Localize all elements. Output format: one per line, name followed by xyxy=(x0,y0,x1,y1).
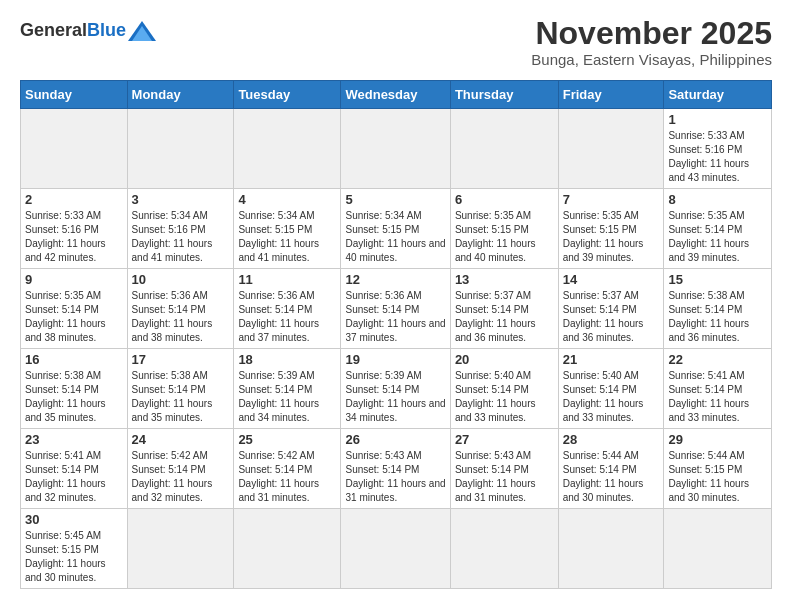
week-row-3: 9Sunrise: 5:35 AM Sunset: 5:14 PM Daylig… xyxy=(21,269,772,349)
calendar-cell: 1Sunrise: 5:33 AM Sunset: 5:16 PM Daylig… xyxy=(664,109,772,189)
day-info: Sunrise: 5:38 AM Sunset: 5:14 PM Dayligh… xyxy=(25,369,123,425)
calendar-cell: 11Sunrise: 5:36 AM Sunset: 5:14 PM Dayli… xyxy=(234,269,341,349)
day-info: Sunrise: 5:44 AM Sunset: 5:15 PM Dayligh… xyxy=(668,449,767,505)
month-title: November 2025 xyxy=(531,16,772,51)
week-row-6: 30Sunrise: 5:45 AM Sunset: 5:15 PM Dayli… xyxy=(21,509,772,589)
calendar-cell: 24Sunrise: 5:42 AM Sunset: 5:14 PM Dayli… xyxy=(127,429,234,509)
calendar-cell: 13Sunrise: 5:37 AM Sunset: 5:14 PM Dayli… xyxy=(450,269,558,349)
day-info: Sunrise: 5:34 AM Sunset: 5:15 PM Dayligh… xyxy=(238,209,336,265)
calendar-cell xyxy=(664,509,772,589)
day-number: 4 xyxy=(238,192,336,207)
calendar-cell: 9Sunrise: 5:35 AM Sunset: 5:14 PM Daylig… xyxy=(21,269,128,349)
day-number: 26 xyxy=(345,432,445,447)
calendar-cell: 23Sunrise: 5:41 AM Sunset: 5:14 PM Dayli… xyxy=(21,429,128,509)
calendar-cell: 19Sunrise: 5:39 AM Sunset: 5:14 PM Dayli… xyxy=(341,349,450,429)
calendar-cell xyxy=(341,109,450,189)
logo-general-text: General xyxy=(20,20,87,41)
calendar-cell: 12Sunrise: 5:36 AM Sunset: 5:14 PM Dayli… xyxy=(341,269,450,349)
calendar-cell xyxy=(341,509,450,589)
day-number: 21 xyxy=(563,352,660,367)
day-number: 7 xyxy=(563,192,660,207)
calendar-cell xyxy=(234,509,341,589)
calendar-table: SundayMondayTuesdayWednesdayThursdayFrid… xyxy=(20,80,772,589)
calendar-cell xyxy=(127,509,234,589)
day-number: 30 xyxy=(25,512,123,527)
day-number: 10 xyxy=(132,272,230,287)
calendar-cell: 15Sunrise: 5:38 AM Sunset: 5:14 PM Dayli… xyxy=(664,269,772,349)
day-info: Sunrise: 5:42 AM Sunset: 5:14 PM Dayligh… xyxy=(132,449,230,505)
day-header-friday: Friday xyxy=(558,81,664,109)
day-info: Sunrise: 5:43 AM Sunset: 5:14 PM Dayligh… xyxy=(455,449,554,505)
header: General Blue November 2025 Bunga, Easter… xyxy=(20,16,772,68)
calendar-cell: 4Sunrise: 5:34 AM Sunset: 5:15 PM Daylig… xyxy=(234,189,341,269)
day-info: Sunrise: 5:38 AM Sunset: 5:14 PM Dayligh… xyxy=(132,369,230,425)
calendar-cell: 10Sunrise: 5:36 AM Sunset: 5:14 PM Dayli… xyxy=(127,269,234,349)
calendar-cell: 6Sunrise: 5:35 AM Sunset: 5:15 PM Daylig… xyxy=(450,189,558,269)
day-info: Sunrise: 5:40 AM Sunset: 5:14 PM Dayligh… xyxy=(455,369,554,425)
day-number: 24 xyxy=(132,432,230,447)
day-header-wednesday: Wednesday xyxy=(341,81,450,109)
day-info: Sunrise: 5:39 AM Sunset: 5:14 PM Dayligh… xyxy=(238,369,336,425)
day-header-saturday: Saturday xyxy=(664,81,772,109)
day-info: Sunrise: 5:44 AM Sunset: 5:14 PM Dayligh… xyxy=(563,449,660,505)
day-number: 14 xyxy=(563,272,660,287)
day-number: 6 xyxy=(455,192,554,207)
day-info: Sunrise: 5:35 AM Sunset: 5:14 PM Dayligh… xyxy=(668,209,767,265)
calendar-cell xyxy=(558,109,664,189)
calendar-cell: 25Sunrise: 5:42 AM Sunset: 5:14 PM Dayli… xyxy=(234,429,341,509)
day-number: 22 xyxy=(668,352,767,367)
day-info: Sunrise: 5:33 AM Sunset: 5:16 PM Dayligh… xyxy=(25,209,123,265)
day-header-tuesday: Tuesday xyxy=(234,81,341,109)
day-number: 5 xyxy=(345,192,445,207)
day-info: Sunrise: 5:41 AM Sunset: 5:14 PM Dayligh… xyxy=(25,449,123,505)
day-number: 3 xyxy=(132,192,230,207)
day-number: 25 xyxy=(238,432,336,447)
day-info: Sunrise: 5:43 AM Sunset: 5:14 PM Dayligh… xyxy=(345,449,445,505)
day-info: Sunrise: 5:39 AM Sunset: 5:14 PM Dayligh… xyxy=(345,369,445,425)
calendar-cell: 21Sunrise: 5:40 AM Sunset: 5:14 PM Dayli… xyxy=(558,349,664,429)
logo: General Blue xyxy=(20,20,156,41)
calendar-cell: 17Sunrise: 5:38 AM Sunset: 5:14 PM Dayli… xyxy=(127,349,234,429)
calendar-cell: 26Sunrise: 5:43 AM Sunset: 5:14 PM Dayli… xyxy=(341,429,450,509)
calendar-cell xyxy=(450,109,558,189)
day-number: 17 xyxy=(132,352,230,367)
day-number: 20 xyxy=(455,352,554,367)
logo-icon xyxy=(128,21,156,41)
week-row-4: 16Sunrise: 5:38 AM Sunset: 5:14 PM Dayli… xyxy=(21,349,772,429)
day-number: 12 xyxy=(345,272,445,287)
calendar-cell xyxy=(450,509,558,589)
calendar-cell xyxy=(558,509,664,589)
day-number: 13 xyxy=(455,272,554,287)
day-number: 9 xyxy=(25,272,123,287)
day-info: Sunrise: 5:42 AM Sunset: 5:14 PM Dayligh… xyxy=(238,449,336,505)
day-number: 11 xyxy=(238,272,336,287)
day-number: 19 xyxy=(345,352,445,367)
day-number: 27 xyxy=(455,432,554,447)
calendar-cell xyxy=(127,109,234,189)
week-row-1: 1Sunrise: 5:33 AM Sunset: 5:16 PM Daylig… xyxy=(21,109,772,189)
day-info: Sunrise: 5:36 AM Sunset: 5:14 PM Dayligh… xyxy=(132,289,230,345)
week-row-5: 23Sunrise: 5:41 AM Sunset: 5:14 PM Dayli… xyxy=(21,429,772,509)
calendar-cell: 14Sunrise: 5:37 AM Sunset: 5:14 PM Dayli… xyxy=(558,269,664,349)
day-header-sunday: Sunday xyxy=(21,81,128,109)
calendar-cell: 5Sunrise: 5:34 AM Sunset: 5:15 PM Daylig… xyxy=(341,189,450,269)
calendar-cell: 8Sunrise: 5:35 AM Sunset: 5:14 PM Daylig… xyxy=(664,189,772,269)
calendar-cell: 20Sunrise: 5:40 AM Sunset: 5:14 PM Dayli… xyxy=(450,349,558,429)
day-info: Sunrise: 5:45 AM Sunset: 5:15 PM Dayligh… xyxy=(25,529,123,585)
calendar-cell: 3Sunrise: 5:34 AM Sunset: 5:16 PM Daylig… xyxy=(127,189,234,269)
day-info: Sunrise: 5:40 AM Sunset: 5:14 PM Dayligh… xyxy=(563,369,660,425)
calendar-cell: 18Sunrise: 5:39 AM Sunset: 5:14 PM Dayli… xyxy=(234,349,341,429)
day-number: 29 xyxy=(668,432,767,447)
calendar-cell: 7Sunrise: 5:35 AM Sunset: 5:15 PM Daylig… xyxy=(558,189,664,269)
day-info: Sunrise: 5:35 AM Sunset: 5:14 PM Dayligh… xyxy=(25,289,123,345)
day-number: 15 xyxy=(668,272,767,287)
week-row-2: 2Sunrise: 5:33 AM Sunset: 5:16 PM Daylig… xyxy=(21,189,772,269)
day-number: 8 xyxy=(668,192,767,207)
day-number: 1 xyxy=(668,112,767,127)
day-info: Sunrise: 5:33 AM Sunset: 5:16 PM Dayligh… xyxy=(668,129,767,185)
calendar-cell xyxy=(234,109,341,189)
day-info: Sunrise: 5:34 AM Sunset: 5:16 PM Dayligh… xyxy=(132,209,230,265)
calendar-cell: 2Sunrise: 5:33 AM Sunset: 5:16 PM Daylig… xyxy=(21,189,128,269)
day-header-monday: Monday xyxy=(127,81,234,109)
days-header-row: SundayMondayTuesdayWednesdayThursdayFrid… xyxy=(21,81,772,109)
